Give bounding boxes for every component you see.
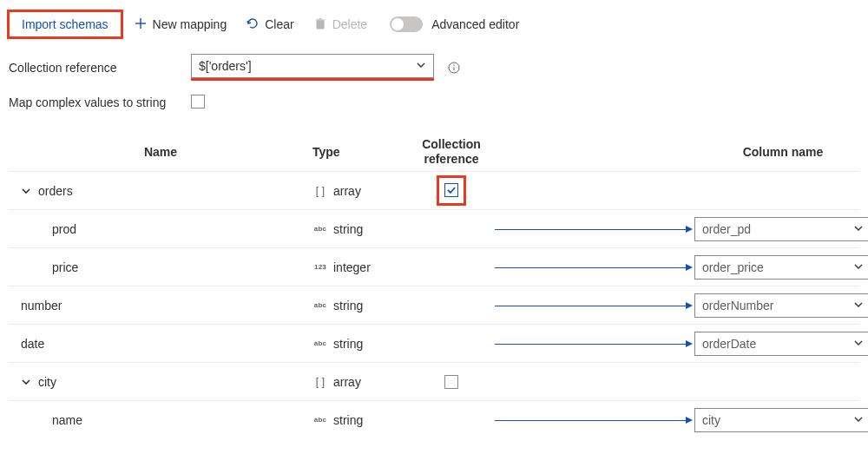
- field-type: string: [333, 299, 363, 313]
- string-type-icon: abc: [312, 416, 328, 424]
- header-column-name: Column name: [694, 145, 868, 159]
- collection-reference-checkbox[interactable]: [444, 375, 458, 389]
- chevron-down-icon: [416, 59, 426, 73]
- chevron-down-icon[interactable]: [21, 377, 33, 387]
- info-icon[interactable]: [448, 62, 460, 74]
- mapping-arrow: [495, 419, 694, 421]
- column-name-value: city: [702, 413, 720, 427]
- collection-reference-select[interactable]: $['orders']: [191, 54, 434, 78]
- column-name-select[interactable]: orderDate: [694, 332, 868, 356]
- collection-reference-highlight: [437, 175, 466, 206]
- field-type: array: [333, 375, 361, 389]
- collection-reference-label: Collection reference: [9, 61, 182, 75]
- field-name: city: [38, 375, 56, 389]
- field-type-cell: abcstring: [312, 222, 408, 236]
- string-type-icon: abc: [312, 339, 328, 347]
- mapping-arrow: [495, 228, 694, 230]
- chevron-down-icon[interactable]: [21, 186, 33, 196]
- field-type: array: [333, 184, 361, 198]
- collection-reference-cell: [408, 375, 495, 389]
- chevron-down-icon: [853, 222, 864, 236]
- delete-button: Delete: [306, 13, 374, 36]
- array-type-icon: [ ]: [312, 376, 328, 388]
- mapping-table: Name Type Collection reference Column na…: [9, 133, 859, 438]
- field-type: string: [333, 413, 363, 427]
- clear-button[interactable]: Clear: [239, 13, 300, 36]
- clear-label: Clear: [265, 17, 293, 31]
- column-name-select[interactable]: order_pd: [694, 217, 868, 241]
- column-name-select[interactable]: order_price: [694, 255, 868, 280]
- field-name: date: [21, 337, 44, 351]
- collection-reference-field-wrap: $['orders']: [191, 54, 434, 81]
- field-type: integer: [333, 260, 371, 274]
- header-collection-reference: Collection reference: [408, 137, 495, 167]
- table-row: dateabcstringorderDate: [9, 324, 859, 362]
- column-name-value: order_price: [702, 260, 764, 274]
- mapping-arrow: [495, 305, 694, 306]
- integer-type-icon: 123: [312, 263, 328, 271]
- header-name: Name: [9, 145, 312, 159]
- field-name: name: [52, 413, 82, 427]
- delete-label: Delete: [332, 17, 367, 31]
- field-name-cell: city: [9, 375, 312, 389]
- trash-icon: [313, 16, 327, 33]
- column-name-value: orderDate: [702, 337, 756, 351]
- table-row: orders[ ]array: [9, 171, 859, 209]
- plus-icon: [134, 16, 148, 33]
- mapping-arrow: [495, 343, 694, 345]
- collection-reference-row: Collection reference $['orders']: [9, 54, 859, 81]
- table-row: nameabcstringcity: [9, 400, 859, 438]
- refresh-icon: [246, 16, 260, 33]
- new-mapping-label: New mapping: [153, 17, 227, 31]
- map-complex-row: Map complex values to string: [9, 95, 859, 110]
- table-header: Name Type Collection reference Column na…: [9, 133, 859, 171]
- svg-rect-2: [317, 21, 324, 29]
- column-name-cell: city: [694, 408, 868, 432]
- toolbar: Import schemas New mapping Clear Delete: [9, 9, 859, 40]
- field-type-cell: [ ]array: [312, 375, 408, 389]
- field-name: price: [52, 260, 78, 274]
- field-type-cell: abcstring: [312, 337, 408, 351]
- column-name-cell: orderDate: [694, 332, 868, 356]
- chevron-down-icon: [853, 260, 864, 274]
- field-name-cell: price: [9, 260, 312, 274]
- table-row: numberabcstringorderNumber: [9, 286, 859, 324]
- string-type-icon: abc: [312, 301, 328, 309]
- map-complex-label: Map complex values to string: [9, 95, 182, 110]
- advanced-editor-toggle[interactable]: Advanced editor: [379, 13, 526, 36]
- collection-reference-underline: [191, 78, 434, 81]
- table-row: city[ ]array: [9, 362, 859, 400]
- array-type-icon: [ ]: [312, 185, 328, 197]
- table-row: prodabcstringorder_pd: [9, 209, 859, 247]
- mapping-arrow: [495, 381, 694, 383]
- column-name-value: order_pd: [702, 222, 751, 236]
- column-name-cell: orderNumber: [694, 293, 868, 318]
- column-name-select[interactable]: city: [694, 408, 868, 432]
- new-mapping-button[interactable]: New mapping: [127, 13, 234, 36]
- chevron-down-icon: [853, 413, 864, 427]
- field-name-cell: name: [9, 413, 312, 427]
- field-type-cell: 123integer: [312, 260, 408, 274]
- table-row: price123integerorder_price: [9, 247, 859, 286]
- collection-reference-cell: [408, 175, 495, 206]
- field-type: string: [333, 337, 363, 351]
- field-type: string: [333, 222, 363, 236]
- collection-reference-value: $['orders']: [199, 59, 252, 73]
- column-name-select[interactable]: orderNumber: [694, 293, 868, 318]
- header-type: Type: [312, 145, 408, 159]
- import-schemas-label: Import schemas: [22, 17, 108, 31]
- chevron-down-icon: [853, 299, 864, 313]
- field-name-cell: prod: [9, 222, 312, 236]
- field-name: orders: [38, 184, 73, 198]
- field-type-cell: abcstring: [312, 299, 408, 313]
- advanced-editor-label: Advanced editor: [431, 17, 519, 31]
- import-schemas-button[interactable]: Import schemas: [9, 11, 122, 37]
- mapping-arrow: [495, 190, 694, 192]
- field-name-cell: date: [9, 337, 312, 351]
- field-name-cell: number: [9, 299, 312, 313]
- map-complex-checkbox[interactable]: [191, 95, 205, 109]
- column-name-cell: order_price: [694, 255, 868, 280]
- field-type-cell: [ ]array: [312, 184, 408, 198]
- collection-reference-checkbox[interactable]: [444, 183, 458, 197]
- column-name-value: orderNumber: [702, 299, 773, 313]
